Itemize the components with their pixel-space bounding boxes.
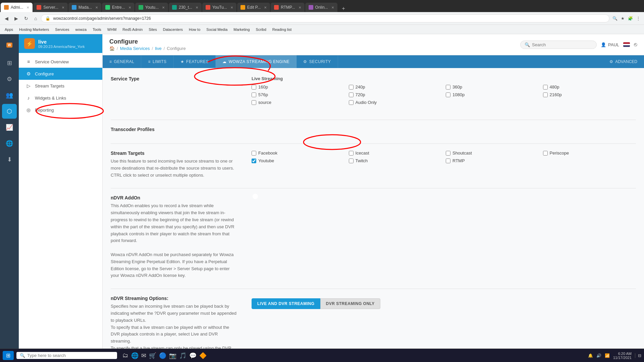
tab-close[interactable]: ✕ bbox=[62, 6, 64, 9]
sidebar-icon-network[interactable]: ⬡ bbox=[2, 104, 17, 119]
bookmark-howto[interactable]: How to bbox=[187, 27, 202, 32]
bookmark-apps[interactable]: Apps bbox=[3, 27, 15, 32]
taskbar-show-desktop[interactable]: ⊟ bbox=[635, 353, 641, 358]
checkbox-twitch-input[interactable] bbox=[349, 159, 354, 163]
tab-limits[interactable]: ≡ Limits bbox=[141, 55, 173, 68]
browser-tab-rtmp[interactable]: RTMP... ✕ bbox=[271, 3, 304, 12]
tab-security[interactable]: ⚙ Security bbox=[297, 55, 338, 68]
tab-close[interactable]: ✕ bbox=[264, 6, 267, 9]
bookmark-tools[interactable]: Tools bbox=[91, 27, 103, 32]
tab-wowza-streaming[interactable]: ☁ Wowza Streaming Engine bbox=[216, 55, 297, 68]
checkbox-480p-input[interactable] bbox=[543, 85, 548, 89]
nav-item-widgets[interactable]: ♪ Widgets & Links bbox=[19, 92, 102, 104]
taskbar-icon-chrome[interactable]: 🔵 bbox=[159, 352, 166, 359]
checkbox-720p-input[interactable] bbox=[349, 93, 354, 97]
bookmark-sites[interactable]: Sites bbox=[147, 27, 159, 32]
taskbar-icon-files[interactable]: 🗂 bbox=[122, 352, 128, 359]
taskbar-network-icon[interactable]: 📶 bbox=[605, 353, 610, 358]
checkbox-576p-input[interactable] bbox=[252, 93, 256, 97]
tab-general[interactable]: ≡ General bbox=[103, 55, 141, 68]
taskbar-notification-icon[interactable]: 🔔 bbox=[588, 353, 593, 358]
taskbar-search-input[interactable] bbox=[27, 353, 114, 358]
checkbox-1080p-input[interactable] bbox=[446, 93, 450, 97]
tab-close[interactable]: ✕ bbox=[95, 6, 98, 9]
bookmark-services[interactable]: Services bbox=[53, 27, 71, 32]
checkbox-audio-only-input[interactable] bbox=[349, 100, 354, 105]
checkbox-240p-input[interactable] bbox=[349, 85, 354, 89]
breadcrumb-home[interactable]: 🏠 bbox=[109, 46, 115, 51]
nav-item-service-overview[interactable]: ≡ Service Overview bbox=[19, 56, 102, 68]
back-button[interactable]: ◀ bbox=[3, 14, 10, 22]
taskbar-icon-whatsapp[interactable]: 💬 bbox=[189, 352, 197, 359]
checkbox-2160p-input[interactable] bbox=[543, 93, 548, 97]
nav-item-configure[interactable]: ⚙ Configure bbox=[19, 68, 102, 80]
browser-tab-1[interactable]: Server... ✕ bbox=[33, 3, 68, 12]
sidebar-icon-dashboard[interactable]: ⊞ bbox=[2, 56, 17, 70]
browser-tab-3[interactable]: Entre... ✕ bbox=[102, 3, 135, 12]
browser-tab-5[interactable]: 230_t... ✕ bbox=[169, 3, 202, 12]
tab-close[interactable]: ✕ bbox=[162, 6, 165, 9]
refresh-button[interactable]: ↻ bbox=[22, 14, 30, 22]
tab-features[interactable]: ★ Features bbox=[174, 55, 216, 68]
bookmark-red5[interactable]: Red5 Admin bbox=[120, 27, 145, 32]
checkbox-160p-input[interactable] bbox=[252, 85, 256, 89]
tab-advanced[interactable]: ⚙ Advanced bbox=[603, 55, 644, 68]
taskbar-search-box[interactable]: 🔍 bbox=[16, 352, 117, 359]
taskbar-icon-photos[interactable]: 📷 bbox=[169, 352, 176, 359]
start-button[interactable]: ⊞ bbox=[3, 351, 14, 360]
bookmark-wowza[interactable]: wowza bbox=[73, 27, 89, 32]
tab-close[interactable]: ✕ bbox=[331, 6, 334, 9]
sidebar-icon-settings[interactable]: ⚙ bbox=[2, 72, 17, 86]
taskbar-icon-store[interactable]: 🛒 bbox=[149, 352, 156, 359]
bookmark-scribd[interactable]: Scribd bbox=[254, 27, 268, 32]
checkbox-source-input[interactable] bbox=[252, 100, 256, 105]
bookmark-whm[interactable]: WHM bbox=[105, 27, 119, 32]
browser-tab-4[interactable]: Youtu... ✕ bbox=[135, 3, 168, 12]
btn-live-dvr[interactable]: Live And DVR Streaming bbox=[252, 298, 320, 309]
tab-close[interactable]: ✕ bbox=[128, 6, 131, 9]
sidebar-icon-users[interactable]: 👥 bbox=[2, 88, 17, 103]
taskbar-icon-music[interactable]: 🎵 bbox=[179, 352, 186, 359]
user-info[interactable]: 👤 PAUL bbox=[601, 42, 619, 47]
tab-close[interactable]: ✕ bbox=[299, 6, 301, 9]
sidebar-icon-chart[interactable]: 📈 bbox=[2, 120, 17, 135]
taskbar-volume-icon[interactable]: 🔊 bbox=[596, 353, 601, 358]
bookmark-datacenters[interactable]: Datacenters bbox=[161, 27, 185, 32]
btn-dvr-only[interactable]: DVR Streaming Only bbox=[320, 298, 380, 309]
bookmark-social[interactable]: Social Media bbox=[204, 27, 229, 32]
checkbox-360p-input[interactable] bbox=[446, 85, 450, 89]
checkbox-shoutcast-input[interactable] bbox=[446, 151, 450, 156]
taskbar-icon-edge[interactable]: 🌐 bbox=[131, 352, 139, 359]
nav-item-stream-targets[interactable]: ▷ Stream Targets bbox=[19, 80, 102, 92]
tab-close[interactable]: ✕ bbox=[196, 6, 198, 9]
checkbox-facebook-input[interactable] bbox=[252, 151, 256, 156]
address-bar[interactable]: 🔒 wowzacontrol.com/page/admin/servers?ma… bbox=[41, 14, 609, 22]
browser-tab-admin[interactable]: Admi... ✕ bbox=[1, 3, 33, 12]
checkbox-periscope-input[interactable] bbox=[543, 151, 548, 156]
checkbox-rtmp-input[interactable] bbox=[446, 159, 450, 163]
search-box[interactable]: 🔍 bbox=[520, 41, 597, 49]
bookmark-icon[interactable]: ★ bbox=[620, 15, 626, 22]
browser-tab-2[interactable]: Mada... ✕ bbox=[68, 3, 101, 12]
sidebar-icon-download[interactable]: ⬇ bbox=[2, 152, 17, 167]
checkbox-youtube-input[interactable] bbox=[252, 159, 256, 163]
search-input[interactable] bbox=[532, 42, 592, 47]
browser-tab-7[interactable]: Edit P... ✕ bbox=[237, 3, 270, 12]
tab-close[interactable]: ✕ bbox=[230, 6, 233, 9]
logout-icon[interactable]: ⎋ bbox=[634, 42, 637, 48]
breadcrumb-media[interactable]: Media Services bbox=[120, 46, 150, 51]
extensions-icon[interactable]: 🧩 bbox=[627, 15, 634, 22]
tab-close[interactable]: ✕ bbox=[26, 6, 29, 9]
breadcrumb-live[interactable]: live bbox=[155, 46, 162, 51]
nav-item-reporting[interactable]: ◎ Reporting bbox=[19, 104, 102, 116]
forward-button[interactable]: ▶ bbox=[12, 14, 20, 22]
sidebar-icon-globe[interactable]: 🌐 bbox=[2, 136, 17, 151]
bookmark-hosting[interactable]: Hosting Marketers bbox=[17, 27, 51, 32]
taskbar-icon-vlc[interactable]: 🔶 bbox=[199, 352, 207, 359]
bookmark-marketing[interactable]: Marketing bbox=[231, 27, 252, 32]
bookmark-reading[interactable]: Reading list bbox=[270, 27, 293, 32]
browser-tab-online[interactable]: Onlin... ✕ bbox=[305, 3, 337, 12]
menu-icon[interactable]: ⋮ bbox=[635, 15, 641, 22]
home-button[interactable]: ⌂ bbox=[32, 14, 39, 22]
taskbar-icon-mail[interactable]: ✉ bbox=[141, 352, 146, 359]
